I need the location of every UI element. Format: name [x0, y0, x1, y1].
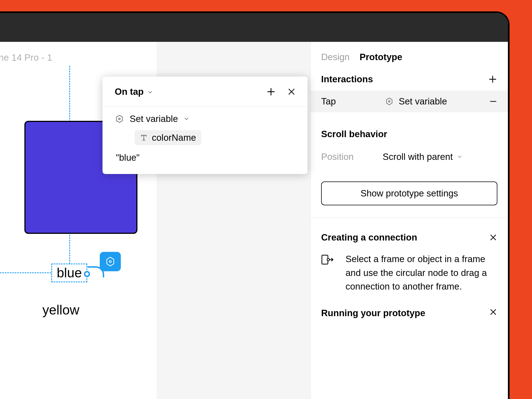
close-popover-button[interactable] [284, 84, 299, 99]
help-creating-connection: Creating a connection Select [311, 218, 508, 296]
add-action-button[interactable] [263, 84, 279, 99]
interaction-action: Set variable [385, 96, 489, 107]
window-titlebar [0, 13, 508, 42]
close-icon [489, 233, 497, 242]
variable-destination-badge[interactable] [100, 252, 121, 271]
text-type-icon [140, 134, 148, 142]
interactions-title: Interactions [321, 74, 373, 85]
svg-point-4 [327, 259, 329, 261]
chevron-down-icon [457, 154, 463, 160]
popover-header: On tap [103, 77, 308, 107]
plus-icon [266, 87, 276, 97]
variable-name: colorName [152, 132, 196, 143]
dismiss-help-button-2[interactable] [489, 308, 497, 318]
hexagon-variable-icon [115, 114, 124, 124]
canvas[interactable]: hone 14 Pro - 1 blue yellow On tap [0, 42, 310, 399]
connection-flow-icon [321, 252, 336, 293]
hexagon-variable-icon [385, 97, 394, 106]
variable-chip[interactable]: colorName [135, 130, 201, 145]
svg-point-0 [109, 261, 111, 263]
close-icon [287, 87, 296, 96]
horizontal-alignment-guide [0, 272, 51, 273]
help-title-2: Running your prototype [321, 308, 425, 318]
app-content: hone 14 Pro - 1 blue yellow On tap [0, 42, 508, 399]
remove-interaction-button[interactable] [489, 97, 497, 106]
selected-text-content: blue [52, 264, 86, 282]
show-prototype-settings-button[interactable]: Show prototype settings [321, 181, 497, 205]
tab-design[interactable]: Design [321, 52, 350, 62]
action-type-row[interactable]: Set variable [115, 114, 295, 124]
selected-text-layer[interactable]: blue [51, 264, 87, 282]
svg-point-2 [388, 101, 390, 102]
properties-sidebar: Design Prototype Interactions Tap Set va… [310, 42, 508, 399]
frame-name-label[interactable]: hone 14 Pro - 1 [0, 52, 52, 63]
svg-point-1 [119, 118, 120, 120]
chevron-down-icon [183, 116, 190, 122]
tab-prototype[interactable]: Prototype [360, 52, 402, 62]
variable-value[interactable]: "blue" [116, 152, 295, 163]
scroll-behavior-title: Scroll behavior [321, 129, 497, 139]
plus-icon [488, 75, 497, 84]
dismiss-help-button[interactable] [489, 233, 497, 242]
scroll-position-dropdown[interactable]: Scroll with parent [383, 152, 463, 162]
trigger-dropdown[interactable]: On tap [115, 86, 144, 97]
add-interaction-button[interactable] [488, 75, 497, 84]
hexagon-variable-icon [105, 256, 116, 267]
help-running-prototype: Running your prototype [311, 296, 508, 318]
minus-icon [489, 97, 497, 106]
sidebar-tabs: Design Prototype [311, 42, 508, 74]
scroll-behavior-section: Scroll behavior Position Scroll with par… [311, 112, 508, 170]
chevron-down-icon[interactable] [147, 89, 153, 95]
app-window: hone 14 Pro - 1 blue yellow On tap [0, 11, 510, 399]
interaction-row[interactable]: Tap Set variable [311, 91, 508, 112]
close-icon [489, 308, 497, 316]
action-type-label: Set variable [130, 114, 178, 124]
interactions-header: Interactions [311, 74, 508, 91]
help-title: Creating a connection [321, 232, 417, 243]
position-label: Position [321, 152, 383, 162]
help-body-text: Select a frame or object in a frame and … [346, 252, 497, 293]
canvas-text-layer[interactable]: yellow [42, 302, 79, 318]
interaction-popover: On tap [103, 76, 308, 174]
interaction-trigger: Tap [321, 96, 385, 107]
